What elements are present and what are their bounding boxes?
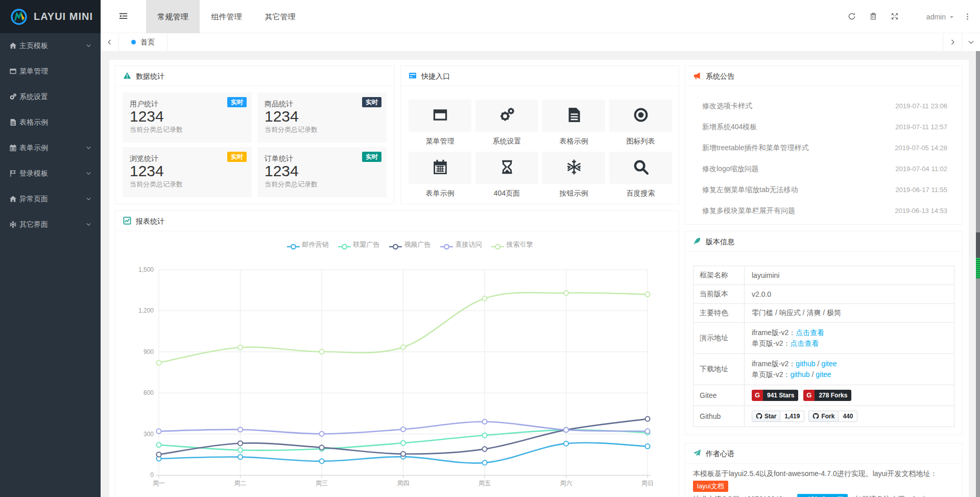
- svg-text:300: 300: [144, 431, 154, 438]
- stat-box-1[interactable]: 用户统计1234当前分类总记录数实时: [123, 92, 252, 143]
- link-github[interactable]: github: [796, 360, 815, 368]
- tab-scroll-right-button[interactable]: [943, 33, 962, 51]
- header-tab-2[interactable]: 组件管理: [200, 0, 253, 33]
- sidebar-item-4[interactable]: 表格示例: [0, 110, 101, 135]
- stat-box-3[interactable]: 浏览统计1234当前分类总记录数实时: [123, 147, 252, 197]
- sidebar-item-2[interactable]: 菜单管理: [0, 59, 101, 84]
- quick-entry-8[interactable]: 百度搜索: [609, 152, 672, 204]
- version-row-value: 零门槛 / 响应式 / 清爽 / 极简: [745, 304, 954, 323]
- author-line2: 技术交流QQ群（667810840）：一键加入2.0群（加群请备注来源：如git…: [693, 493, 954, 497]
- quick-entry-box[interactable]: [409, 100, 471, 132]
- panel-icon: [409, 72, 417, 80]
- gitee-badge[interactable]: G278 Forks: [803, 390, 851, 401]
- quick-entry-box[interactable]: [542, 152, 605, 184]
- version-row-value: iframe版-v2：github / gitee单页版-v2：github /…: [745, 354, 954, 385]
- version-row-label: 演示地址: [694, 323, 745, 354]
- link-点击查看[interactable]: 点击查看: [790, 339, 819, 347]
- username: admin: [926, 13, 946, 21]
- qq-group-badge[interactable]: 一键加入2.0群: [797, 494, 848, 497]
- card-version-info: 版本信息 框架名称layuimini当前版本v2.0.0主要特色零门槛 / 响应…: [685, 231, 963, 435]
- github-badge-label: Fork: [808, 411, 839, 422]
- stat-box-2[interactable]: 商品统计1234当前分类总记录数实时: [257, 92, 387, 143]
- gitee-badge-label: 278 Forks: [815, 390, 851, 401]
- sidebar-item-1[interactable]: 主页模板: [0, 33, 101, 59]
- version-row-2: 当前版本v2.0.0: [694, 285, 954, 304]
- svg-text:周一: 周一: [153, 480, 165, 487]
- stat-value: 1234: [265, 109, 379, 124]
- stat-box-4[interactable]: 订单统计1234当前分类总记录数实时: [257, 147, 387, 197]
- github-badge[interactable]: Star1,419: [752, 411, 804, 422]
- announcement-item-6[interactable]: 修复多模块菜单栏展开有问题2019-06-13 14:53: [693, 200, 954, 221]
- octocat-icon: [812, 412, 819, 420]
- announcement-text: 修复左侧菜单缩放tab无法移动: [693, 179, 895, 200]
- sidebar-item-label: 系统设置: [19, 92, 93, 102]
- gitee-badge[interactable]: G941 Stars: [752, 390, 798, 401]
- quick-entry-box[interactable]: [542, 100, 605, 132]
- sidebar-item-8[interactable]: 其它界面: [0, 212, 101, 238]
- github-badge[interactable]: Fork440: [808, 411, 857, 422]
- flag-icon: [9, 170, 19, 178]
- scrollbar-thumb[interactable]: [976, 232, 980, 258]
- quick-entry-box[interactable]: [475, 100, 538, 132]
- svg-text:周三: 周三: [316, 480, 328, 487]
- quick-entry-7[interactable]: 按钮示例: [542, 152, 605, 204]
- quick-entry-3[interactable]: 表格示例: [542, 100, 605, 152]
- tab-scroll-left-button[interactable]: [101, 33, 119, 51]
- layui-doc-badge[interactable]: layui文档: [693, 481, 728, 492]
- sidebar-item-3[interactable]: 系统设置: [0, 84, 101, 110]
- link-gitee[interactable]: gitee: [816, 370, 831, 378]
- home-icon: [9, 42, 19, 51]
- sidebar-item-6[interactable]: 登录模板: [0, 161, 101, 186]
- quick-entry-box[interactable]: [609, 100, 672, 132]
- app: LAYUI MINI 主页模板菜单管理系统设置表格示例表单示例登录模板异常页面其…: [0, 0, 980, 497]
- version-row-label: Github: [694, 406, 745, 427]
- line-chart-icon: [123, 217, 131, 225]
- version-row-3: 主要特色零门槛 / 响应式 / 清爽 / 极简: [694, 304, 954, 323]
- realtime-badge: 实时: [362, 152, 381, 162]
- gears-icon: [9, 93, 19, 102]
- quick-entry-6[interactable]: 404页面: [475, 152, 538, 204]
- quick-entry-box[interactable]: [609, 152, 672, 184]
- header-tab-1[interactable]: 常规管理: [146, 0, 200, 33]
- link-点击查看[interactable]: 点击查看: [796, 328, 824, 337]
- collapse-sidebar-button[interactable]: [101, 0, 146, 33]
- announcement-item-5[interactable]: 修复左侧菜单缩放tab无法移动2019-06-17 11:55: [693, 179, 954, 200]
- header-tab-3[interactable]: 其它管理: [253, 0, 307, 33]
- quick-entry-5[interactable]: 表单示例: [409, 152, 471, 204]
- sidebar-item-5[interactable]: 表单示例: [0, 135, 101, 161]
- tab-operations-button[interactable]: [962, 33, 980, 51]
- announcement-item-3[interactable]: 新增treetable插件和菜单管理样式2019-07-05 14:28: [693, 137, 954, 158]
- quick-entry-4[interactable]: 图标列表: [609, 100, 672, 152]
- svg-text:周六: 周六: [560, 480, 572, 487]
- home-icon: [9, 195, 19, 204]
- svg-text:周五: 周五: [479, 480, 491, 487]
- announcement-item-4[interactable]: 修改logo缩放问题2019-07-04 11:02: [693, 158, 954, 179]
- active-tab-dot: [131, 40, 136, 44]
- sidebar-item-7[interactable]: 异常页面: [0, 186, 101, 212]
- fullscreen-icon[interactable]: [884, 12, 905, 21]
- user-menu[interactable]: admin: [926, 13, 954, 21]
- version-row-value: Star1,419Fork440: [745, 406, 954, 427]
- link-gitee[interactable]: gitee: [821, 360, 836, 368]
- svg-text:1,500: 1,500: [138, 266, 154, 273]
- quick-entry-2[interactable]: 系统设置: [475, 100, 538, 152]
- refresh-icon[interactable]: [841, 12, 863, 21]
- link-github[interactable]: github: [790, 370, 809, 378]
- card-author-words: 作者心语 本模板基于layui2.5.4以及font-awesome-4.7.0…: [685, 443, 963, 497]
- octocat-icon: [756, 412, 762, 420]
- logo[interactable]: LAYUI MINI: [0, 0, 101, 33]
- announcement-item-2[interactable]: 新增系统404模板2019-07-11 12:57: [693, 116, 954, 137]
- quick-entry-box[interactable]: [409, 152, 471, 184]
- card-title: 数据统计: [136, 72, 164, 80]
- announcement-date: 2019-07-11 23:06: [895, 96, 954, 116]
- quick-entry-box[interactable]: [475, 152, 538, 184]
- tab-home[interactable]: 首页: [119, 33, 168, 51]
- more-menu-icon[interactable]: [962, 12, 973, 21]
- quick-entry-1[interactable]: 菜单管理: [409, 100, 471, 152]
- content-wrapper: 数据统计 用户统计1234当前分类总记录数实时商品统计1234当前分类总记录数实…: [109, 60, 969, 497]
- announcement-date: 2019-07-04 11:02: [895, 158, 954, 179]
- announcement-text: 新增系统404模板: [693, 116, 895, 137]
- announcement-item-1[interactable]: 修改选项卡样式2019-07-11 23:06: [693, 96, 954, 116]
- clear-cache-icon[interactable]: [863, 12, 884, 21]
- github-badge-label: Star: [752, 411, 780, 422]
